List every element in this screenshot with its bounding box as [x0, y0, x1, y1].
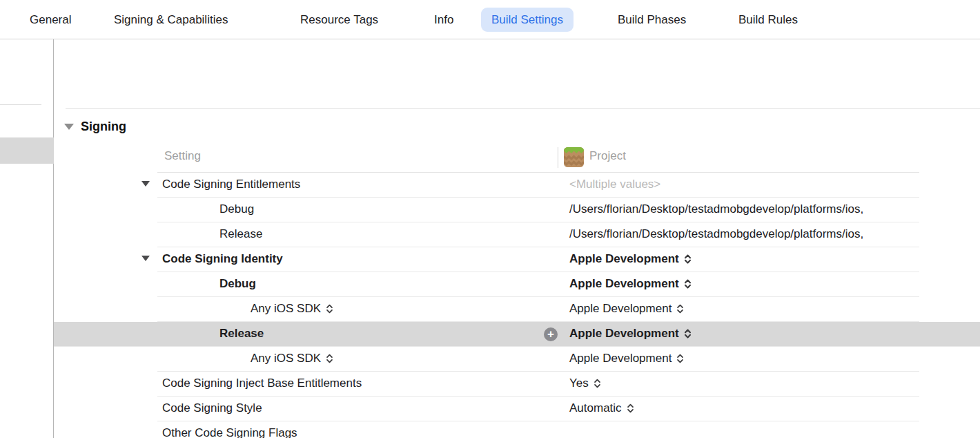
value-text: Apple Development — [569, 327, 679, 340]
setting-value[interactable]: /Users/florian/Desktop/testadmobgdevelop… — [569, 227, 863, 241]
project-icon — [564, 147, 584, 170]
value-text: Yes — [569, 377, 589, 390]
setting-name: Release — [219, 327, 264, 341]
tab-build-settings[interactable]: Build Settings — [481, 8, 574, 32]
table-row[interactable]: Any iOS SDK Apple Development — [54, 297, 980, 322]
tab-info[interactable]: Info — [434, 8, 453, 32]
setting-value[interactable]: Apple Development — [569, 277, 692, 291]
popup-chevrons-icon[interactable] — [594, 378, 601, 389]
editor-tab-bar: General Signing & Capabilities Resource … — [0, 0, 980, 39]
setting-value[interactable]: /Users/florian/Desktop/testadmobgdevelop… — [569, 202, 863, 216]
targets-sidebar — [0, 39, 54, 438]
setting-name: Debug — [219, 202, 254, 216]
setting-name: Debug — [219, 277, 256, 291]
disclosure-triangle-icon[interactable] — [141, 181, 150, 187]
table-row[interactable]: Code Signing Inject Base Entitlements Ye… — [54, 372, 980, 397]
plus-circle-icon[interactable] — [544, 327, 558, 341]
setting-value[interactable]: Apple Development — [569, 327, 692, 341]
value-text: Apple Development — [569, 302, 672, 315]
value-text: Apple Development — [569, 277, 679, 290]
setting-name[interactable]: Any iOS SDK — [251, 302, 333, 316]
setting-name: Code Signing Style — [162, 401, 262, 415]
setting-name: Code Signing Entitlements — [162, 178, 300, 191]
popup-chevrons-icon[interactable] — [676, 303, 684, 314]
section-title: Signing — [81, 120, 126, 134]
sidebar-selected-item[interactable] — [0, 137, 54, 164]
popup-chevrons-icon[interactable] — [684, 278, 692, 289]
build-settings-table: Signing Setting Project Code Signing Ent… — [54, 39, 980, 438]
setting-name: Other Code Signing Flags — [162, 426, 297, 438]
disclosure-triangle-icon[interactable] — [141, 256, 150, 261]
disclosure-triangle-icon[interactable] — [64, 124, 74, 130]
setting-value[interactable]: Apple Development — [569, 302, 684, 316]
tab-general[interactable]: General — [30, 8, 71, 32]
table-row-selected[interactable]: Release Apple Development — [54, 322, 980, 347]
value-text: Any iOS SDK — [251, 352, 321, 365]
settings-rows: Code Signing Entitlements <Multiple valu… — [54, 173, 980, 438]
value-text: Any iOS SDK — [251, 302, 321, 315]
table-row[interactable]: Release /Users/florian/Desktop/testadmob… — [54, 222, 980, 247]
setting-value[interactable]: Apple Development — [569, 252, 692, 266]
setting-value[interactable]: Apple Development — [569, 352, 684, 365]
table-row[interactable]: Code Signing Style Automatic — [54, 397, 980, 421]
setting-value[interactable]: Yes — [569, 377, 601, 390]
table-row[interactable]: Any iOS SDK Apple Development — [54, 347, 980, 372]
popup-chevrons-icon[interactable] — [676, 353, 684, 364]
setting-value[interactable]: Automatic — [569, 401, 634, 415]
section-top-divider — [66, 108, 980, 109]
table-row[interactable]: Debug /Users/florian/Desktop/testadmobgd… — [54, 198, 980, 222]
table-row[interactable]: Debug Apple Development — [54, 272, 980, 297]
setting-value[interactable]: <Multiple values> — [569, 178, 660, 191]
setting-name: Release — [219, 227, 262, 241]
tab-resource-tags[interactable]: Resource Tags — [300, 8, 378, 32]
section-header-signing[interactable]: Signing — [64, 118, 126, 135]
tab-signing-capabilities[interactable]: Signing & Capabilities — [114, 8, 228, 32]
value-text: Apple Development — [569, 352, 672, 365]
popup-chevrons-icon[interactable] — [684, 254, 692, 265]
table-header-row: Setting Project — [54, 143, 980, 173]
column-header-project: Project — [589, 149, 626, 163]
column-divider — [558, 147, 558, 168]
tab-build-rules[interactable]: Build Rules — [738, 8, 798, 32]
tab-build-phases[interactable]: Build Phases — [618, 8, 686, 32]
setting-name: Code Signing Identity — [162, 252, 283, 266]
table-row[interactable]: Other Code Signing Flags — [54, 421, 980, 438]
value-text: Apple Development — [569, 252, 679, 265]
popup-chevrons-icon[interactable] — [627, 403, 634, 414]
popup-chevrons-icon[interactable] — [684, 328, 692, 339]
setting-name[interactable]: Any iOS SDK — [251, 352, 333, 365]
setting-name: Code Signing Inject Base Entitlements — [162, 377, 362, 390]
popup-chevrons-icon[interactable] — [326, 303, 333, 314]
table-row[interactable]: Code Signing Identity Apple Development — [54, 247, 980, 272]
value-text: Automatic — [569, 401, 622, 415]
popup-chevrons-icon[interactable] — [326, 353, 333, 364]
sidebar-divider — [0, 104, 41, 105]
column-header-setting: Setting — [164, 149, 201, 163]
table-row[interactable]: Code Signing Entitlements <Multiple valu… — [54, 173, 980, 198]
